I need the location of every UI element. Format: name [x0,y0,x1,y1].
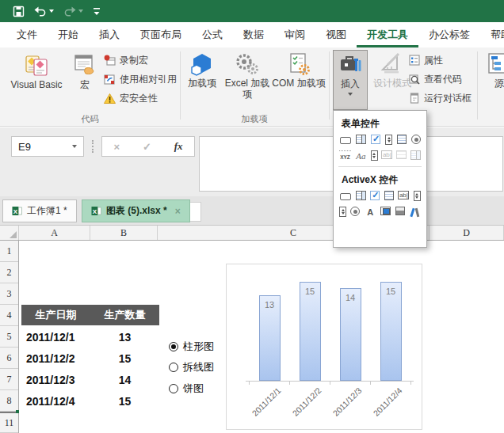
row-header-11[interactable]: 11 [0,412,18,433]
form-label-icon[interactable]: XYZ [339,150,351,161]
insert-function-button[interactable]: fx [174,140,183,153]
form-combo-box-icon[interactable] [356,135,366,144]
excel-add-ins-button[interactable]: Excel 加载项 [224,50,270,110]
confirm-entry-button[interactable]: ✓ [143,141,151,153]
column-header-A[interactable]: A [19,226,90,240]
customize-quick-access-button[interactable] [93,6,101,16]
form-text-field-icon-disabled[interactable]: ab| [381,150,392,159]
table-row[interactable]: 2011/12/113 [21,326,159,348]
undo-button[interactable] [34,6,54,17]
bar-chart[interactable]: 132011/12/1152011/12/2142011/12/3152011/… [226,264,422,430]
radio-button[interactable] [169,384,178,393]
row-header-7[interactable]: 7 [0,369,18,390]
cell-quantity[interactable]: 15 [90,395,159,408]
use-relative-references-button[interactable]: 使用相对引用 [104,70,180,89]
tab-review[interactable]: 审阅 [274,22,315,47]
cell-quantity[interactable]: 14 [90,374,159,386]
row-header-4[interactable]: 4 [0,305,18,326]
form-drop-list-icon-disabled[interactable] [410,150,421,160]
ax-combo-box-icon[interactable] [356,191,366,200]
cell-date[interactable]: 2011/12/3 [21,374,90,386]
add-ins-button[interactable]: 加载项 [185,50,220,110]
tab-formulas[interactable]: 公式 [192,22,233,47]
insert-controls-button[interactable]: 插入 [333,50,368,110]
tab-office-tab[interactable]: 办公标签 [418,22,480,47]
ax-more-controls-icon[interactable] [409,207,421,218]
ax-text-box-icon[interactable]: ab| [398,191,409,199]
form-checkbox-icon[interactable] [371,135,380,144]
ax-command-button-icon[interactable] [339,191,351,202]
xml-source-button[interactable]: 源 [483,50,504,110]
com-add-ins-button[interactable]: COM 加载项 [270,50,327,110]
properties-button[interactable]: 属性 [409,51,477,70]
tab-home[interactable]: 开始 [48,22,89,47]
cell-quantity[interactable]: 13 [90,331,159,344]
table-header-date[interactable]: 生产日期 [21,305,90,325]
form-group-box-icon-disabled[interactable] [396,150,407,159]
macro-security-button[interactable]: 宏安全性 [104,89,180,108]
form-scroll-bar-icon[interactable] [371,150,378,161]
tab-developer[interactable]: 开发工具 [357,22,418,47]
ax-label-icon[interactable]: A [365,207,376,218]
cell-date[interactable]: 2011/12/2 [21,352,90,365]
run-dialog-button[interactable]: 运行对话框 [409,89,477,108]
save-button[interactable] [13,6,25,17]
form-list-box-icon[interactable] [397,135,407,144]
name-box[interactable]: E9 [11,136,84,157]
view-code-button[interactable]: 查看代码 [409,70,477,89]
radio-button[interactable] [169,363,178,372]
tab-help[interactable]: 帮助 [480,22,504,47]
undo-dropdown-caret[interactable] [49,9,54,13]
visual-basic-button[interactable]: Visual Basic [5,50,68,110]
row-header-6[interactable]: 6 [0,348,18,369]
table-header-row[interactable]: 生产日期 生产数量 [21,305,159,325]
workbook-tab-chart-5-xlsx[interactable]: X图表 (5).xlsx *× [82,199,190,222]
cell-quantity[interactable]: 15 [90,352,159,365]
row-header-5[interactable]: 5 [0,326,18,348]
workbook-tab-workbook1[interactable]: X工作簿1 * [2,199,77,222]
tab-data[interactable]: 数据 [233,22,274,47]
chart-bar[interactable] [380,282,402,381]
form-option-button-icon[interactable] [411,135,421,144]
cancel-entry-button[interactable]: × [113,141,120,153]
redo-dropdown-caret[interactable] [78,9,83,13]
table-row[interactable]: 2011/12/215 [21,348,159,369]
ax-spin-button-icon[interactable] [414,191,421,201]
tab-page-layout[interactable]: 页面布局 [130,22,192,47]
table-row[interactable]: 2011/12/415 [21,390,159,412]
row-header-1[interactable]: 1 [0,241,18,262]
tab-insert[interactable]: 插入 [89,22,130,47]
ax-option-button-icon[interactable] [350,207,360,216]
row-header-3[interactable]: 3 [0,283,18,305]
ax-list-box-icon[interactable] [384,191,394,200]
row-header-2[interactable]: 2 [0,262,18,283]
radio-button-selected[interactable] [169,342,178,351]
ax-image-icon[interactable] [380,207,391,215]
macros-button[interactable]: 宏 [70,50,100,110]
chart-type-option[interactable]: 饼图 [169,382,204,395]
design-mode-button[interactable]: 设计模式 [371,50,414,110]
table-header-qty[interactable]: 生产数量 [90,305,159,325]
form-text-aa-icon[interactable]: Aa [355,150,367,161]
form-button-icon[interactable] [339,135,351,146]
close-tab-icon[interactable]: × [175,206,181,217]
ax-scroll-bar-icon[interactable] [339,207,346,217]
cell-date[interactable]: 2011/12/4 [21,395,90,408]
tab-view[interactable]: 视图 [315,22,357,47]
row-header-8[interactable]: 8 [0,390,18,412]
select-all-corner[interactable] [0,226,19,240]
chart-type-option[interactable]: 柱形图 [169,340,214,353]
name-box-caret-icon[interactable] [72,145,77,148]
redo-button[interactable] [63,6,83,17]
chart-bar[interactable] [300,282,321,381]
tab-file[interactable]: 文件 [6,22,48,47]
record-macro-button[interactable]: 录制宏 [104,51,180,70]
column-header-B[interactable]: B [90,226,158,240]
table-row[interactable]: 2011/12/314 [21,369,159,390]
chart-type-option[interactable]: 拆线图 [169,361,214,374]
ax-toggle-button-icon[interactable] [395,207,405,215]
column-header-D[interactable]: D [430,226,504,240]
cell-date[interactable]: 2011/12/1 [21,331,90,344]
form-spin-button-icon[interactable] [385,135,392,145]
ax-checkbox-icon[interactable] [370,191,380,200]
